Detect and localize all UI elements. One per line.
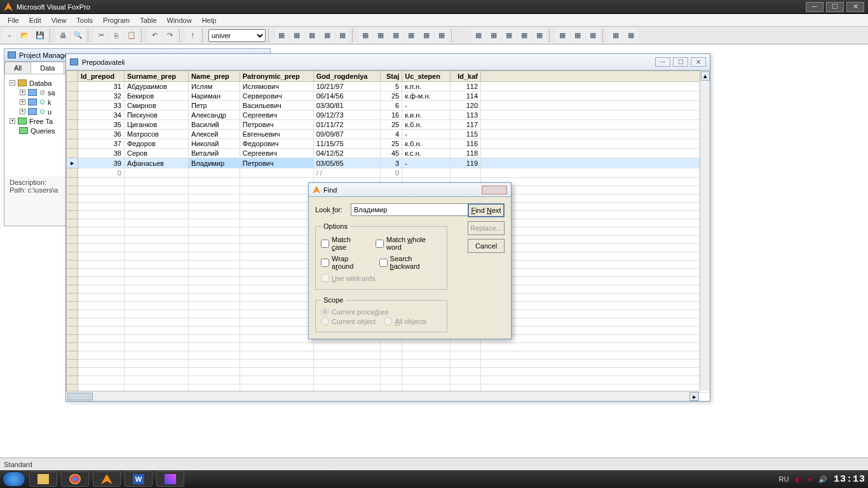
tb-btn[interactable]: ▦ (404, 29, 418, 43)
minimize-button[interactable]: ─ (782, 116, 797, 126)
tb-btn[interactable]: ▦ (374, 29, 388, 43)
close-button[interactable]: ✕ (818, 116, 833, 126)
tb-btn[interactable]: ▦ (487, 29, 501, 43)
open-icon[interactable]: 📂 (18, 29, 32, 43)
tb-btn[interactable]: ▦ (517, 29, 531, 43)
tab-data[interactable]: Data (31, 62, 64, 74)
match-case-check[interactable]: Match case (321, 236, 367, 251)
tb-btn[interactable]: ▦ (571, 29, 585, 43)
tb-btn[interactable]: ▦ (624, 29, 638, 43)
tree-item[interactable]: sa (48, 89, 55, 97)
tb-btn[interactable]: ▦ (419, 29, 433, 43)
expand-icon[interactable]: + (20, 90, 25, 95)
tray-icon[interactable]: ◐ (795, 475, 801, 484)
menu-window[interactable]: Window (162, 15, 197, 25)
tb-btn[interactable]: ▦ (320, 29, 334, 43)
menu-tools[interactable]: Tools (71, 15, 98, 25)
table-row[interactable]: 33СмирновПетрВасильевич03/30/816-120 (67, 101, 710, 111)
horizontal-scrollbar[interactable]: ▸ (66, 391, 700, 401)
expand-icon[interactable]: − (10, 80, 15, 86)
col-god[interactable]: God_rogdeniya (313, 71, 380, 82)
tree-queries[interactable]: Queries (31, 127, 55, 135)
tb-btn[interactable]: ▦ (305, 29, 319, 43)
cut-icon[interactable]: ✂ (94, 29, 108, 43)
menu-program[interactable]: Program (98, 15, 135, 25)
expand-icon[interactable]: + (20, 99, 25, 105)
redo-icon[interactable]: ↷ (163, 29, 177, 43)
expand-icon[interactable]: + (20, 109, 25, 114)
col-staj[interactable]: Staj (380, 71, 402, 82)
col-surname[interactable]: Surname_prep (124, 71, 188, 82)
table-row[interactable]: 34ПискуновАлександрСергеевич09/12/7316к.… (67, 111, 710, 120)
table-row[interactable]: 31АбдураимовИслямИслямович10/21/975к.п.н… (67, 82, 710, 92)
menu-help[interactable]: Help (197, 15, 222, 25)
tree-item[interactable]: u (48, 108, 51, 116)
maximize-button[interactable]: ☐ (826, 2, 844, 12)
new-icon[interactable]: ▫ (3, 29, 17, 43)
save-icon[interactable]: 💾 (33, 29, 47, 43)
scroll-thumb[interactable] (67, 393, 93, 400)
match-whole-check[interactable]: Match whole word (376, 236, 442, 251)
menu-edit[interactable]: Edit (24, 15, 46, 25)
tb-btn[interactable]: ▦ (555, 29, 569, 43)
table-row[interactable]: 38СеровВиталийСергеевич04/12/5245к.с.н.1… (67, 149, 710, 158)
table-row[interactable]: 37ФедоровНиколайФедорович11/15/7525к.б.н… (67, 139, 710, 149)
tree-database[interactable]: Databa (29, 79, 51, 87)
col-id-kaf[interactable]: Id_kaf (451, 71, 481, 82)
minimize-button[interactable]: ─ (655, 57, 670, 67)
vertical-scrollbar[interactable]: ▴ (700, 71, 710, 391)
tb-btn[interactable]: ▦ (586, 29, 600, 43)
taskbar-chrome[interactable] (61, 471, 89, 487)
tb-btn[interactable]: ▦ (435, 29, 449, 43)
tb-btn[interactable]: ▦ (609, 29, 623, 43)
tree-item[interactable]: k (48, 98, 51, 106)
table-row[interactable]: ▸39АфанасьевВладимирПетрович03/05/853-11… (67, 158, 710, 168)
tb-btn[interactable]: ▦ (290, 29, 304, 43)
tree-free-tables[interactable]: Free Ta (29, 118, 53, 125)
preview-icon[interactable]: 🔍 (71, 29, 85, 43)
find-next-button[interactable]: Find Next (468, 203, 505, 217)
maximize-button[interactable]: ☐ (673, 57, 688, 67)
menu-view[interactable]: View (46, 15, 72, 25)
table-row[interactable]: 32БекировНариманСерверович06/14/5625к.ф-… (67, 92, 710, 101)
print-icon[interactable]: 🖶 (56, 29, 70, 43)
tb-btn[interactable]: ▦ (336, 29, 349, 43)
taskbar-app[interactable] (156, 471, 184, 487)
tb-btn[interactable]: ▦ (389, 29, 403, 43)
find-titlebar[interactable]: Find (309, 183, 511, 197)
start-button[interactable] (3, 471, 25, 487)
tb-btn[interactable]: ▦ (471, 29, 485, 43)
table-row[interactable]: 36МатросовАлексейЕвгеньевич09/09/874-115 (67, 130, 710, 139)
paste-icon[interactable]: 📋 (125, 29, 139, 43)
taskbar-foxpro[interactable] (93, 471, 121, 487)
menu-file[interactable]: File (3, 15, 24, 25)
col-name[interactable]: Name_prep (188, 71, 240, 82)
horizontal-scrollbar[interactable] (207, 413, 827, 423)
browse-titlebar[interactable]: Prepodavateli ─ ☐ ✕ (66, 54, 710, 71)
col-uc[interactable]: Uc_stepen (402, 71, 451, 82)
cancel-button[interactable]: Cancel (468, 239, 505, 253)
table-row[interactable]: 35ЦиганковВасилийПетрович01/11/7225к.б.н… (67, 120, 710, 130)
minimize-button[interactable]: ─ (806, 2, 824, 12)
clock[interactable]: 13:13 (834, 474, 865, 485)
undo-icon[interactable]: ↶ (147, 29, 161, 43)
tab-all[interactable]: All (4, 62, 31, 74)
volume-icon[interactable]: 🔊 (818, 475, 827, 484)
close-button[interactable] (482, 186, 507, 194)
tray-icon[interactable]: ● (808, 475, 812, 483)
scroll-right-icon[interactable]: ▸ (689, 392, 699, 401)
col-id-prepod[interactable]: Id_prepod (78, 71, 125, 82)
language-indicator[interactable]: RU (778, 475, 789, 483)
scroll-up-icon[interactable]: ▴ (701, 71, 710, 81)
tb-btn[interactable]: ▦ (502, 29, 516, 43)
expand-icon[interactable]: + (10, 118, 15, 124)
run-icon[interactable]: ! (186, 29, 200, 43)
wrap-around-check[interactable]: Wrap around (321, 255, 370, 270)
tb-btn[interactable]: ▦ (532, 29, 546, 43)
col-patronymic[interactable]: Patronymic_prep (240, 71, 313, 82)
close-button[interactable]: ✕ (846, 2, 864, 12)
copy-icon[interactable]: ⎘ (109, 29, 123, 43)
database-combo[interactable]: univer (208, 29, 266, 42)
search-backward-check[interactable]: Search backward (379, 255, 442, 270)
close-button[interactable]: ✕ (691, 57, 706, 67)
